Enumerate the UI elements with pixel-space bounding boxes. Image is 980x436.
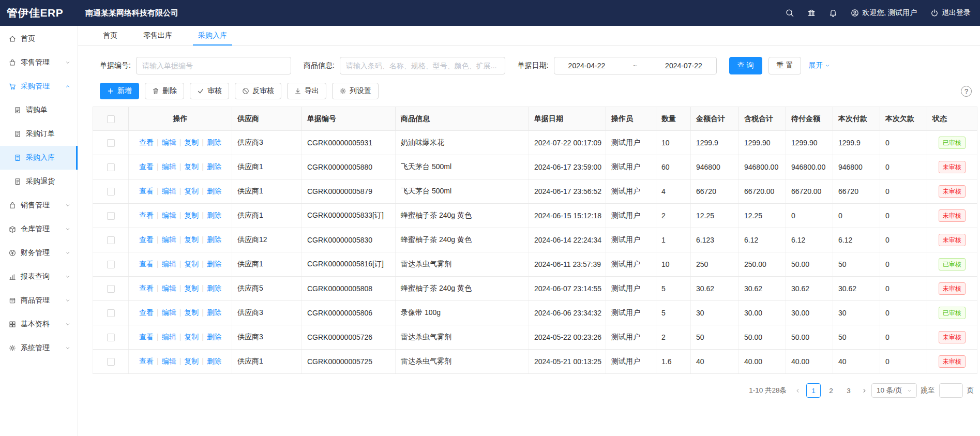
sidebar-item-3[interactable]: 采购管理 (0, 74, 78, 98)
op-view-link[interactable]: 查看 (139, 187, 154, 195)
op-copy-link[interactable]: 复制 (184, 284, 199, 292)
op-delete-link[interactable]: 删除 (207, 187, 221, 195)
sidebar-subitem-3-2[interactable]: 采购订单 (0, 122, 78, 146)
row-checkbox[interactable] (107, 236, 115, 244)
sidebar-item-7[interactable]: 报表查询 (0, 265, 78, 289)
toolbar-button-4[interactable]: 反审核 (235, 83, 281, 99)
sidebar-item-6[interactable]: 财务管理 (0, 241, 78, 265)
jump-page-input[interactable] (939, 383, 963, 398)
row-checkbox[interactable] (107, 358, 115, 366)
op-copy-link[interactable]: 复制 (184, 211, 199, 219)
op-copy-link[interactable]: 复制 (184, 357, 199, 365)
page-size-value: 10 条/页 (877, 386, 902, 395)
op-edit-link[interactable]: 编辑 (162, 235, 176, 244)
bank-icon[interactable] (807, 9, 816, 17)
op-copy-link[interactable]: 复制 (184, 187, 199, 195)
select-all-checkbox[interactable] (107, 115, 115, 123)
toolbar-button-3[interactable]: 审核 (190, 83, 229, 99)
welcome-user[interactable]: 欢迎您, 测试用户 (851, 8, 917, 18)
op-delete-link[interactable]: 删除 (207, 211, 221, 219)
cell-goods-info: 蜂蜜柚子茶 240g 黄色 (396, 228, 529, 252)
sidebar-subitem-3-4[interactable]: 采购退货 (0, 170, 78, 193)
page-button-1[interactable]: 1 (806, 383, 821, 398)
row-checkbox[interactable] (107, 261, 115, 268)
tab-2[interactable]: 零售出库 (132, 26, 184, 45)
op-view-link[interactable]: 查看 (139, 284, 154, 292)
op-edit-link[interactable]: 编辑 (162, 308, 176, 317)
op-delete-link[interactable]: 删除 (207, 308, 221, 317)
op-copy-link[interactable]: 复制 (184, 260, 199, 268)
bell-icon[interactable] (829, 9, 837, 17)
row-checkbox[interactable] (107, 139, 115, 147)
sidebar-item-1[interactable]: 首页 (0, 27, 78, 51)
sidebar-item-5[interactable]: 仓库管理 (0, 217, 78, 241)
op-delete-link[interactable]: 删除 (207, 284, 221, 292)
sidebar-item-2[interactable]: 零售管理 (0, 51, 78, 74)
date-range-picker[interactable]: 2024-04-22 ~ 2024-07-22 (554, 57, 717, 74)
op-copy-link[interactable]: 复制 (184, 333, 199, 341)
sidebar-subitem-3-3[interactable]: 采购入库 (0, 146, 78, 170)
op-edit-link[interactable]: 编辑 (162, 211, 176, 219)
page-size-select[interactable]: 10 条/页 (871, 383, 917, 398)
op-delete-link[interactable]: 删除 (207, 333, 221, 341)
toolbar-button-6[interactable]: 列设置 (332, 83, 379, 99)
sidebar-item-8[interactable]: 商品管理 (0, 289, 78, 312)
op-delete-link[interactable]: 删除 (207, 260, 221, 268)
tab-1[interactable]: 首页 (92, 26, 129, 45)
toolbar-button-1[interactable]: 新增 (100, 83, 139, 99)
op-view-link[interactable]: 查看 (139, 211, 154, 219)
logout-button[interactable]: 退出登录 (930, 8, 971, 18)
op-view-link[interactable]: 查看 (139, 308, 154, 317)
op-copy-link[interactable]: 复制 (184, 235, 199, 244)
op-copy-link[interactable]: 复制 (184, 308, 199, 317)
date-to-value[interactable]: 2024-07-22 (665, 62, 702, 70)
search-button[interactable]: 查 询 (729, 57, 762, 74)
op-view-link[interactable]: 查看 (139, 235, 154, 244)
op-edit-link[interactable]: 编辑 (162, 333, 176, 341)
op-delete-link[interactable]: 删除 (207, 235, 221, 244)
goods-input[interactable] (340, 57, 505, 74)
next-page-button[interactable] (862, 388, 867, 394)
op-view-link[interactable]: 查看 (139, 162, 154, 171)
op-edit-link[interactable]: 编辑 (162, 357, 176, 365)
op-view-link[interactable]: 查看 (139, 138, 154, 146)
row-checkbox[interactable] (107, 212, 115, 220)
row-checkbox[interactable] (107, 285, 115, 293)
prev-page-button[interactable] (795, 388, 801, 394)
op-edit-link[interactable]: 编辑 (162, 162, 176, 171)
row-checkbox[interactable] (107, 309, 115, 317)
row-checkbox[interactable] (107, 163, 115, 171)
page-button-2[interactable]: 2 (824, 383, 838, 398)
op-copy-link[interactable]: 复制 (184, 162, 199, 171)
search-icon[interactable] (786, 9, 794, 17)
op-delete-link[interactable]: 删除 (207, 162, 221, 171)
tab-3[interactable]: 采购入库 (187, 26, 238, 45)
help-icon[interactable]: ? (961, 86, 972, 97)
op-edit-link[interactable]: 编辑 (162, 187, 176, 195)
op-view-link[interactable]: 查看 (139, 357, 154, 365)
op-edit-link[interactable]: 编辑 (162, 260, 176, 268)
op-separator: | (202, 357, 204, 365)
sidebar-subitem-3-1[interactable]: 请购单 (0, 98, 78, 122)
sidebar-item-9[interactable]: 基本资料 (0, 312, 78, 336)
row-checkbox[interactable] (107, 334, 115, 341)
toolbar-button-5[interactable]: 导出 (287, 83, 326, 99)
op-delete-link[interactable]: 删除 (207, 138, 221, 146)
row-checkbox[interactable] (107, 188, 115, 196)
bill-no-input[interactable] (136, 57, 291, 74)
app-logo[interactable]: 管伊佳ERP (0, 6, 78, 20)
expand-link[interactable]: 展开 (808, 61, 830, 70)
op-delete-link[interactable]: 删除 (207, 357, 221, 365)
toolbar-button-2[interactable]: 删除 (145, 83, 184, 99)
op-view-link[interactable]: 查看 (139, 333, 154, 341)
op-edit-link[interactable]: 编辑 (162, 138, 176, 146)
reset-button[interactable]: 重 置 (768, 57, 802, 74)
sidebar-item-10[interactable]: 系统管理 (0, 336, 78, 360)
op-copy-link[interactable]: 复制 (184, 138, 199, 146)
op-view-link[interactable]: 查看 (139, 260, 154, 268)
page-button-3[interactable]: 3 (841, 383, 856, 398)
op-edit-link[interactable]: 编辑 (162, 284, 176, 292)
content-panel: 单据编号: 商品信息: 单据日期: 2024-04-22 ~ 2024-07-2… (78, 46, 980, 436)
date-from-value[interactable]: 2024-04-22 (568, 62, 606, 70)
sidebar-item-4[interactable]: 销售管理 (0, 193, 78, 217)
